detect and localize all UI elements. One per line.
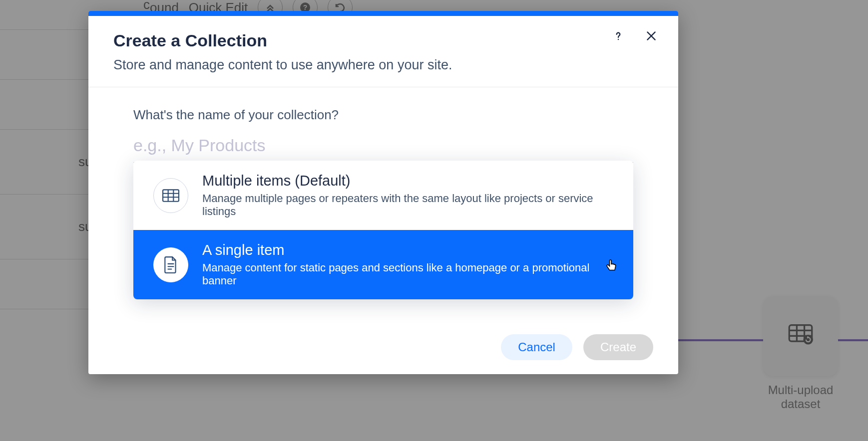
table-icon xyxy=(153,178,188,213)
option-description: Manage content for static pages and sect… xyxy=(202,261,613,287)
create-collection-modal: Create a Collection Store and manage con… xyxy=(88,11,678,374)
modal-footer: Cancel Create xyxy=(88,320,678,374)
modal-accent-bar xyxy=(88,11,678,16)
collection-name-input[interactable] xyxy=(133,132,633,162)
document-icon xyxy=(153,247,188,282)
help-button[interactable] xyxy=(609,27,627,45)
option-description: Manage multiple pages or repeaters with … xyxy=(202,192,613,218)
svg-point-8 xyxy=(618,39,619,40)
collection-name-label: What's the name of your collection? xyxy=(133,107,633,123)
collection-type-options: Multiple items (Default) Manage multiple… xyxy=(133,161,633,299)
option-title: Multiple items (Default) xyxy=(202,173,613,189)
modal-header: Create a Collection Store and manage con… xyxy=(88,16,678,87)
option-single-item[interactable]: A single item Manage content for static … xyxy=(133,230,633,299)
pointer-cursor-icon xyxy=(604,258,618,272)
create-button[interactable]: Create xyxy=(583,334,653,360)
option-multiple-items[interactable]: Multiple items (Default) Manage multiple… xyxy=(133,161,633,230)
close-button[interactable] xyxy=(642,27,660,45)
modal-title: Create a Collection xyxy=(113,31,653,50)
option-title: A single item xyxy=(202,242,613,258)
help-icon xyxy=(612,29,625,42)
svg-rect-11 xyxy=(163,190,179,201)
close-icon xyxy=(645,29,658,42)
cancel-button[interactable]: Cancel xyxy=(501,334,572,360)
modal-body: What's the name of your collection? Mult… xyxy=(88,87,678,320)
modal-subtitle: Store and manage content to use anywhere… xyxy=(113,57,653,73)
